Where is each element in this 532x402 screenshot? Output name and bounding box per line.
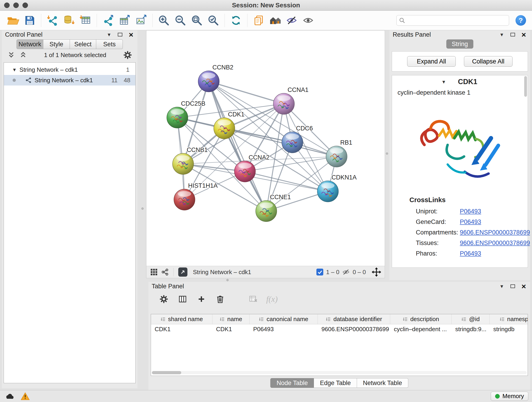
network-collection-row[interactable]: ▾ String Network – cdk1 1: [4, 64, 135, 75]
column-header-canonical-name[interactable]: canonical name: [249, 314, 318, 324]
network-node-HIST1H1A[interactable]: HIST1H1A: [174, 182, 218, 210]
column-header-name[interactable]: name: [212, 314, 249, 324]
network-node-CCNE1[interactable]: CCNE1: [256, 194, 291, 222]
zoom-out-button[interactable]: [173, 13, 188, 28]
tab-select[interactable]: Select: [70, 39, 96, 49]
tissues-link[interactable]: 9606.ENSP00000378699: [460, 240, 530, 247]
control-panel-float-button[interactable]: [117, 31, 123, 38]
cloud-status-button[interactable]: [4, 391, 16, 401]
results-panel-float-button[interactable]: [510, 31, 516, 38]
results-scrollbar[interactable]: [524, 76, 527, 267]
column-header-at-id[interactable]: @id: [452, 314, 490, 324]
results-panel-close-button[interactable]: ×: [520, 31, 527, 38]
network-node-CDKN1A[interactable]: CDKN1A: [317, 174, 357, 202]
network-edge[interactable]: [209, 81, 266, 211]
pharos-link[interactable]: P06493: [460, 250, 481, 257]
table-horizontal-scrollbar[interactable]: [152, 371, 527, 374]
tab-sets[interactable]: Sets: [96, 39, 123, 49]
grid-view-button[interactable]: [150, 268, 158, 276]
column-header-database-identifier[interactable]: database identifier: [318, 314, 390, 324]
warnings-button[interactable]: [19, 391, 31, 401]
column-header-description[interactable]: description: [390, 314, 452, 324]
scrollbar-thumb[interactable]: [524, 76, 527, 97]
network-node-CDC6[interactable]: CDC6: [282, 125, 313, 153]
table-row[interactable]: CDK1 CDK1 P06493 9606.ENSP00000378699 cy…: [151, 324, 528, 334]
chevron-down-icon: ▾: [500, 283, 503, 289]
uniprot-link[interactable]: P06493: [460, 208, 481, 215]
create-column-button[interactable]: [195, 293, 208, 305]
selected-nodes-checkbox-icon[interactable]: [317, 269, 323, 275]
network-node-CDC25B[interactable]: CDC25B: [167, 100, 206, 128]
compartments-link[interactable]: 9606.ENSP00000378699: [460, 229, 530, 236]
collapse-all-button[interactable]: Collapse All: [464, 56, 513, 67]
network-canvas[interactable]: CCNB2CCNA1CDC25BCDK1CDC6RB1CCNB1CCNA2CDK…: [146, 31, 385, 266]
table-panel-menu-button[interactable]: ▾: [499, 283, 505, 290]
zoom-window-button[interactable]: [22, 2, 28, 8]
zoom-in-button[interactable]: [157, 13, 171, 28]
genecard-link[interactable]: P06493: [460, 218, 481, 225]
copy-button[interactable]: [251, 13, 266, 28]
search-box[interactable]: [396, 15, 509, 26]
clear-table-button[interactable]: [247, 293, 259, 305]
collapse-all-networks-button[interactable]: [7, 51, 15, 59]
control-panel-menu-button[interactable]: ▾: [106, 31, 112, 38]
left-splitter-handle[interactable]: [141, 207, 144, 210]
table-panel-close-button[interactable]: ×: [520, 283, 527, 290]
zoom-selected-button[interactable]: [206, 13, 221, 28]
column-header-shared-name[interactable]: shared name: [151, 314, 212, 324]
search-input[interactable]: [407, 17, 507, 24]
apply-function-button[interactable]: f(x): [266, 293, 278, 305]
sort-icon: [220, 317, 225, 322]
bottom-splitter-handle[interactable]: [226, 279, 229, 281]
results-panel-menu-button[interactable]: ▾: [499, 31, 505, 38]
tab-node-table[interactable]: Node Table: [270, 378, 314, 388]
expand-all-button[interactable]: Expand All: [407, 56, 456, 67]
show-columns-button[interactable]: [177, 293, 189, 305]
import-network-database-button[interactable]: [62, 13, 76, 28]
network-node-CCNA1[interactable]: CCNA1: [273, 86, 309, 114]
tab-string[interactable]: String: [446, 39, 473, 49]
import-network-file-button[interactable]: [45, 13, 60, 28]
network-edge[interactable]: [224, 128, 336, 157]
right-splitter-handle[interactable]: [386, 153, 388, 155]
export-image-button[interactable]: [134, 13, 148, 28]
tab-style[interactable]: Style: [43, 39, 70, 49]
table-options-button[interactable]: [158, 293, 170, 305]
open-session-button[interactable]: [6, 13, 21, 28]
import-table-button[interactable]: [78, 13, 93, 28]
close-window-button[interactable]: [4, 2, 10, 8]
tab-edge-table[interactable]: Edge Table: [314, 378, 357, 388]
column-label: database identifier: [333, 316, 382, 323]
hide-graphics-button[interactable]: [284, 13, 299, 28]
network-node-RB1[interactable]: RB1: [326, 139, 352, 167]
delete-column-button[interactable]: [214, 293, 226, 305]
help-button[interactable]: ?: [515, 15, 526, 26]
zoom-fit-button[interactable]: [190, 13, 204, 28]
network-node-CCNB1[interactable]: CCNB1: [172, 147, 208, 174]
memory-button[interactable]: Memory: [491, 392, 528, 401]
tab-network[interactable]: Network: [17, 39, 43, 49]
control-panel-close-button[interactable]: ×: [128, 31, 134, 38]
export-view-button[interactable]: [178, 268, 187, 277]
network-edge[interactable]: [209, 81, 284, 104]
pan-tool-button[interactable]: [372, 268, 381, 277]
show-graphics-button[interactable]: [301, 13, 316, 28]
save-session-button[interactable]: [22, 13, 37, 28]
tab-network-table[interactable]: Network Table: [357, 378, 408, 388]
home-button[interactable]: [268, 13, 283, 28]
table-panel-float-button[interactable]: [510, 283, 516, 290]
network-row[interactable]: String Network – cdk1 11 48: [4, 75, 135, 85]
minimize-window-button[interactable]: [13, 2, 19, 8]
column-header-namespace[interactable]: namespac: [490, 314, 528, 324]
scrollbar-thumb[interactable]: [152, 371, 181, 374]
network-node-CDK1[interactable]: CDK1: [214, 111, 244, 139]
refresh-view-button[interactable]: [229, 13, 243, 28]
title-bar: Session: New Session: [0, 0, 532, 11]
export-table-button[interactable]: [117, 13, 132, 28]
network-options-button[interactable]: [123, 51, 132, 59]
crosslinks-title: CrossLinks: [392, 191, 528, 206]
birdseye-view-button[interactable]: [161, 268, 169, 276]
expand-all-networks-button[interactable]: [19, 51, 27, 59]
protein-card-header[interactable]: ▾ CDK1: [392, 75, 528, 88]
export-network-button[interactable]: [101, 13, 115, 28]
